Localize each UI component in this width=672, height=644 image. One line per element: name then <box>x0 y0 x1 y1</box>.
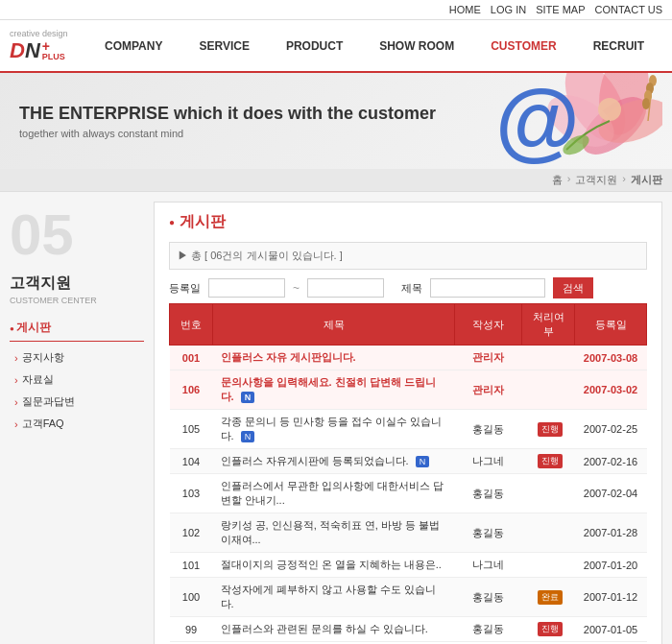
col-author: 작성자 <box>455 304 522 346</box>
top-nav-login[interactable]: LOG IN <box>491 4 526 15</box>
cell-title[interactable]: 작성자에게 폐부하지 않고 사용할 수도 있습니다. <box>213 578 455 617</box>
main-navigation: COMPANY SERVICE PRODUCT SHOW ROOM CUSTOM… <box>86 35 662 58</box>
status-badge: 진행 <box>538 422 563 437</box>
table-row: 106 문의사항을 입력해세요. 친절히 답변해 드립니다. N 관리자 200… <box>170 370 647 410</box>
cell-status <box>522 553 575 578</box>
col-date: 등록일 <box>575 304 647 346</box>
cell-title[interactable]: 랑키성 공, 인신용적, 적숙히표 연, 바방 등 불법 이재여... <box>213 513 455 553</box>
cell-date: 2007-01-12 <box>575 578 647 617</box>
top-nav-home[interactable]: HOME <box>449 4 481 15</box>
cell-status: 진행 <box>522 410 575 449</box>
table-row: 99 인플러스와 관련된 문의를 하실 수 있습니다. 홍길동 진행 2007-… <box>170 617 647 642</box>
cell-author: 관리자 <box>455 370 522 410</box>
nav-product[interactable]: PRODUCT <box>278 35 350 58</box>
cell-author: 홍길동 <box>455 578 522 617</box>
notice-text: ▶ <box>178 250 191 261</box>
table-row: 100 작성자에게 폐부하지 않고 사용할 수도 있습니다. 홍길동 완료 20… <box>170 578 647 617</box>
cell-author: 나그네 <box>455 553 522 578</box>
table-row: 102 랑키성 공, 인신용적, 적숙히표 연, 바방 등 불법 이재여... … <box>170 513 647 553</box>
nav-customer[interactable]: CUSTOMER <box>483 35 564 58</box>
main-header: creative design DN + PLUS COMPANY SERVIC… <box>0 20 672 73</box>
sidebar-item-notice[interactable]: 공지사항 <box>10 346 144 369</box>
main-content: 게시판 ▶ 총 [ 06건의 게시물이 있습니다. ] 등록일 ~ 제목 검색 … <box>154 202 662 644</box>
col-title: 제목 <box>213 304 455 346</box>
cell-num: 99 <box>170 617 213 642</box>
nav-service[interactable]: SERVICE <box>191 35 256 58</box>
hero-title: THE ENTERPRISE which it does with the cu… <box>19 104 436 124</box>
cell-title[interactable]: 인플러스 자유게시판에 등록되었습니다. N <box>213 449 455 474</box>
svg-point-11 <box>642 98 650 109</box>
cell-author: 홍길동 <box>455 410 522 449</box>
cell-status <box>522 370 575 410</box>
at-symbol: @ <box>495 73 580 169</box>
cell-status <box>522 513 575 553</box>
new-badge: N <box>241 392 255 403</box>
cell-status <box>522 346 575 370</box>
table-header-row: 번호 제목 작성자 처리여부 등록일 <box>170 304 647 346</box>
title-label: 제목 <box>401 281 422 296</box>
cell-title[interactable]: 절대이지의 긍정적인 온 열을 지혜하는 내용은.. <box>213 553 455 578</box>
cell-author: 홍길동 <box>455 474 522 513</box>
col-num: 번호 <box>170 304 213 346</box>
logo-plus-text: PLUS <box>42 53 65 61</box>
page-title: 게시판 <box>169 212 647 232</box>
sidebar-menu-title[interactable]: 게시판 <box>10 315 144 342</box>
status-badge: 진행 <box>538 622 563 636</box>
notice-content: 총 [ 06건의 게시물이 있습니다. ] <box>191 250 343 261</box>
top-nav-sitemap[interactable]: SITE MAP <box>536 4 585 15</box>
date-from-input[interactable] <box>208 278 285 298</box>
table-row: 105 각종 문의니 등 민사항 등을 접수 이실수 있습니다. N 홍길동 진… <box>170 410 647 449</box>
hero-banner: THE ENTERPRISE which it does with the cu… <box>0 73 672 169</box>
logo-tagline: creative design <box>10 29 68 38</box>
cell-num: 105 <box>170 410 213 449</box>
cell-num: 100 <box>170 578 213 617</box>
sidebar-item-customer-faq[interactable]: 고객FAQ <box>10 413 144 435</box>
breadcrumb-current: 게시판 <box>631 173 662 187</box>
cell-date: 2007-03-08 <box>575 346 647 370</box>
hero-text: THE ENTERPRISE which it does with the cu… <box>19 104 436 139</box>
logo-plus: + <box>42 39 65 53</box>
nav-recruit[interactable]: RECRUIT <box>586 35 652 58</box>
cell-date: 2007-02-04 <box>575 474 647 513</box>
cell-status: 완료 <box>522 578 575 617</box>
cell-date: 2007-02-25 <box>575 410 647 449</box>
sidebar-subtitle: CUSTOMER CENTER <box>10 296 144 305</box>
cell-title[interactable]: 각종 문의니 등 민사항 등을 접수 이실수 있습니다. N <box>213 410 455 449</box>
sidebar-number: 05 <box>10 206 144 264</box>
cell-date: 2007-03-02 <box>575 370 647 410</box>
nav-showroom[interactable]: SHOW ROOM <box>372 35 462 58</box>
table-row: 001 인플러스 자유 게시판입니다. 관리자 2007-03-08 <box>170 346 647 370</box>
cell-num: 104 <box>170 449 213 474</box>
cell-title[interactable]: 문의사항을 입력해세요. 친절히 답변해 드립니다. N <box>213 370 455 410</box>
sidebar-item-faq[interactable]: 질문과답변 <box>10 391 144 413</box>
breadcrumb-parent[interactable]: 고객지원 <box>575 173 617 187</box>
new-badge: N <box>416 456 430 467</box>
cell-num: 101 <box>170 553 213 578</box>
sidebar-item-library[interactable]: 자료실 <box>10 369 144 391</box>
content-area: 05 고객지원 CUSTOMER CENTER 게시판 공지사항 자료실 질문과… <box>0 192 672 644</box>
date-to-input[interactable] <box>307 278 384 298</box>
svg-point-5 <box>598 98 621 121</box>
cell-author: 관리자 <box>455 346 522 370</box>
status-badge: 진행 <box>538 454 563 468</box>
cell-status: 진행 <box>522 617 575 642</box>
cell-title[interactable]: 인플러스와 관련된 문의를 하실 수 있습니다. <box>213 617 455 642</box>
cell-status <box>522 474 575 513</box>
table-row: 101 절대이지의 긍정적인 온 열을 지혜하는 내용은.. 나그네 2007-… <box>170 553 647 578</box>
cell-title[interactable]: 인플러스 자유 게시판입니다. <box>213 346 455 370</box>
cell-title[interactable]: 인플러스에서 무관한 입의사항에 대한서비스 답변할 안내기... <box>213 474 455 513</box>
breadcrumb: 홈 › 고객지원 › 게시판 <box>0 169 672 192</box>
top-nav-contact[interactable]: CONTACT US <box>595 4 663 15</box>
nav-company[interactable]: COMPANY <box>97 35 170 58</box>
hero-decoration: @ <box>403 73 672 169</box>
title-search-input[interactable] <box>430 278 545 298</box>
top-navigation: HOME LOG IN SITE MAP CONTACT US <box>0 0 672 20</box>
cell-date: 2007-01-20 <box>575 553 647 578</box>
hero-subtitle: together with always constant mind <box>19 128 436 139</box>
cell-status: 진행 <box>522 449 575 474</box>
cell-author: 홍길동 <box>455 617 522 642</box>
breadcrumb-home[interactable]: 홈 <box>552 173 563 187</box>
search-button[interactable]: 검색 <box>553 277 593 298</box>
board-table: 번호 제목 작성자 처리여부 등록일 001 인플러스 자유 게시판입니다. 관… <box>169 303 647 642</box>
cell-num: 103 <box>170 474 213 513</box>
